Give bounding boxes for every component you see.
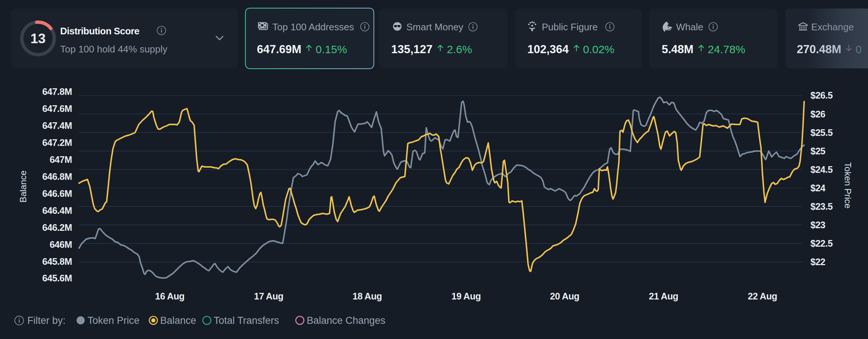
- svg-text:13: 13: [30, 31, 45, 46]
